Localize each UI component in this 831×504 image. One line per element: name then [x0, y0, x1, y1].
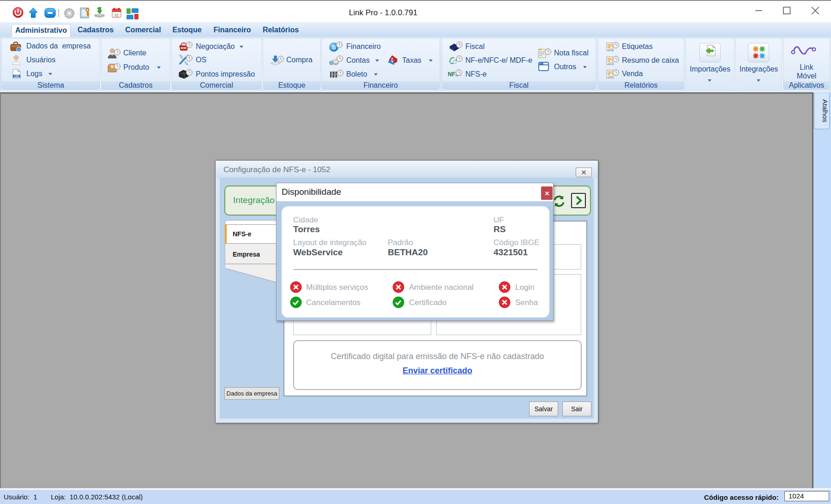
svg-text:i: i	[18, 48, 19, 52]
svg-text:31: 31	[114, 13, 119, 18]
svg-text:LOG: LOG	[14, 75, 19, 78]
svg-text:S: S	[332, 44, 336, 51]
